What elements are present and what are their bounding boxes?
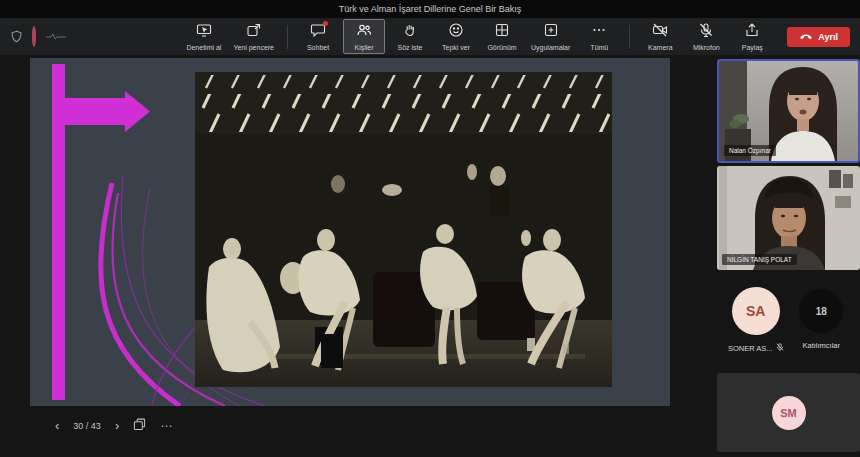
screen-control-icon: [196, 22, 212, 42]
more-options-label: Tümü: [590, 44, 608, 51]
participant-initials-avatar: SA: [732, 287, 780, 335]
participants-count-badge: 18: [799, 289, 843, 333]
people-button[interactable]: Kişiler: [343, 19, 385, 54]
title-bar: Türk ve Alman İşaret Dillerine Genel Bir…: [0, 0, 860, 18]
participants-count-label: Katılımcılar: [802, 341, 840, 350]
muted-mic-icon: [776, 343, 784, 354]
shield-icon: [10, 30, 23, 43]
share-button[interactable]: Paylaş: [731, 19, 773, 54]
leave-meeting-button[interactable]: Ayrıl: [787, 27, 850, 47]
take-control-label: Denetimi al: [186, 44, 221, 51]
new-window-label: Yeni pencere: [233, 44, 274, 51]
toolbar-divider: [287, 25, 288, 49]
meeting-toolbar: Denetimi al Yeni pencere Sohbet: [0, 18, 860, 55]
camera-off-icon: [652, 22, 668, 42]
signal-waveform-icon: [45, 31, 67, 43]
camera-button[interactable]: Kamera: [639, 19, 681, 54]
participant-name-tag: Nalan Özpınar: [724, 145, 776, 156]
slide-more-options-button[interactable]: ⋯: [160, 419, 173, 433]
shared-slide: [30, 58, 670, 406]
microphone-label: Mikrofon: [693, 44, 720, 51]
toolbar-center-buttons: Denetimi al Yeni pencere Sohbet: [182, 19, 850, 54]
new-window-button[interactable]: Yeni pencere: [229, 19, 278, 54]
more-options-button[interactable]: Tümü: [578, 19, 620, 54]
apps-icon: [543, 22, 559, 42]
take-control-button[interactable]: Denetimi al: [182, 19, 225, 54]
raise-hand-label: Söz iste: [398, 44, 423, 51]
view-grid-icon: [494, 22, 510, 42]
participant-video-tile[interactable]: NİLGİN TANIŞ POLAT: [717, 166, 860, 270]
meeting-stage: ‹ 30 / 43 › ⋯: [0, 55, 860, 457]
window-title: Türk ve Alman İşaret Dillerine Genel Bir…: [339, 4, 522, 14]
next-slide-button[interactable]: ›: [115, 420, 119, 432]
view-label: Görünüm: [487, 44, 516, 51]
participants-sidebar: Nalan Özpınar: [717, 59, 860, 452]
apps-button[interactable]: Uygulamalar: [527, 19, 574, 54]
react-smiley-icon: [448, 22, 464, 42]
self-initials-avatar: SM: [772, 396, 806, 430]
participant-audio-tile[interactable]: SA SONER AS...: [723, 287, 789, 359]
people-label: Kişiler: [354, 44, 373, 51]
share-label: Paylaş: [742, 44, 763, 51]
participants-count-tile[interactable]: 18 Katılımcılar: [789, 287, 855, 359]
teams-meeting-window: Türk ve Alman İşaret Dillerine Genel Bir…: [0, 0, 860, 457]
participant-video-tile[interactable]: Nalan Özpınar: [717, 59, 860, 163]
participant-name-tag: NİLGİN TANIŞ POLAT: [722, 254, 797, 265]
self-video-tile[interactable]: SM: [717, 373, 860, 452]
participant-name-label: SONER AS...: [728, 344, 773, 353]
recording-indicator-icon: [32, 28, 36, 46]
hangup-phone-icon: [799, 32, 813, 42]
slide-photo-theatre-scene: [195, 72, 612, 387]
react-label: Tepki ver: [442, 44, 470, 51]
slide-page-indicator: 30 / 43: [73, 421, 101, 431]
camera-label: Kamera: [648, 44, 673, 51]
toolbar-left-indicators: [10, 28, 67, 46]
react-button[interactable]: Tepki ver: [435, 19, 477, 54]
chat-icon: [310, 22, 326, 42]
slide-navigation: ‹ 30 / 43 › ⋯: [55, 417, 173, 435]
apps-label: Uygulamalar: [531, 44, 570, 51]
chat-button[interactable]: Sohbet: [297, 19, 339, 54]
chat-label: Sohbet: [307, 44, 329, 51]
new-window-icon: [246, 22, 262, 42]
people-icon: [356, 22, 372, 42]
previous-slide-button[interactable]: ‹: [55, 420, 59, 432]
raise-hand-button[interactable]: Söz iste: [389, 19, 431, 54]
toolbar-divider: [629, 25, 630, 49]
more-ellipsis-icon: [591, 22, 607, 42]
microphone-button[interactable]: Mikrofon: [685, 19, 727, 54]
audio-participants-row: SA SONER AS... 18 Katılımcılar: [717, 273, 860, 369]
chat-notification-badge: [323, 21, 328, 26]
leave-meeting-label: Ayrıl: [818, 32, 838, 42]
mic-off-icon: [698, 22, 714, 42]
slide-thumbnails-icon[interactable]: [133, 417, 146, 435]
raise-hand-icon: [402, 22, 418, 42]
share-icon: [744, 22, 760, 42]
view-button[interactable]: Görünüm: [481, 19, 523, 54]
